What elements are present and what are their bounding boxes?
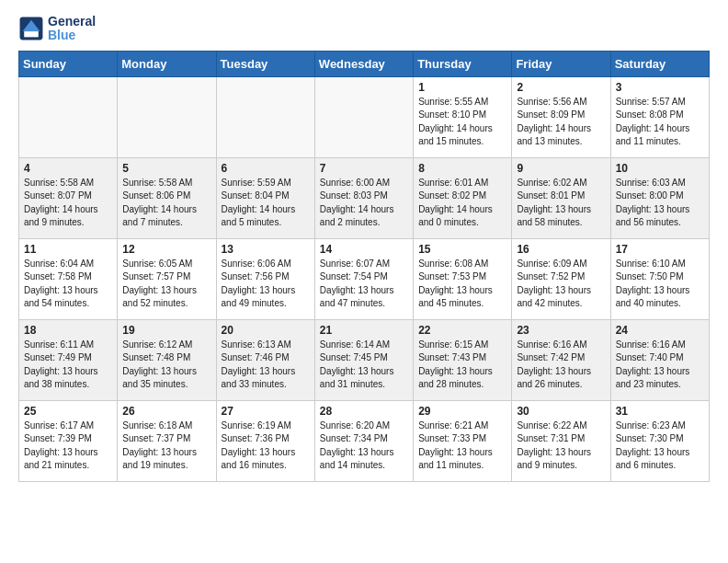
- calendar-cell: [19, 76, 118, 157]
- calendar-cell: 29Sunrise: 6:21 AM Sunset: 7:33 PM Dayli…: [414, 400, 512, 481]
- logo-text: General Blue: [48, 15, 96, 43]
- day-number: 4: [24, 162, 112, 175]
- day-info: Sunrise: 6:18 AM Sunset: 7:37 PM Dayligh…: [122, 419, 210, 473]
- column-header-wednesday: Wednesday: [314, 51, 413, 76]
- column-header-monday: Monday: [118, 51, 216, 76]
- day-number: 22: [418, 324, 506, 337]
- day-info: Sunrise: 6:13 AM Sunset: 7:46 PM Dayligh…: [222, 339, 310, 392]
- day-number: 1: [418, 81, 506, 94]
- calendar-cell: 20Sunrise: 6:13 AM Sunset: 7:46 PM Dayli…: [216, 319, 314, 400]
- day-info: Sunrise: 6:03 AM Sunset: 8:00 PM Dayligh…: [616, 177, 704, 230]
- day-info: Sunrise: 6:01 AM Sunset: 8:02 PM Dayligh…: [418, 177, 506, 230]
- day-info: Sunrise: 5:57 AM Sunset: 8:08 PM Dayligh…: [616, 96, 704, 149]
- day-info: Sunrise: 6:08 AM Sunset: 7:53 PM Dayligh…: [418, 258, 506, 311]
- calendar-cell: 12Sunrise: 6:05 AM Sunset: 7:57 PM Dayli…: [118, 238, 216, 319]
- day-number: 13: [222, 243, 310, 256]
- calendar-cell: 22Sunrise: 6:15 AM Sunset: 7:43 PM Dayli…: [414, 319, 512, 400]
- day-number: 19: [122, 324, 210, 337]
- page-header: General Blue: [18, 15, 710, 43]
- calendar-cell: 1Sunrise: 5:55 AM Sunset: 8:10 PM Daylig…: [414, 76, 512, 157]
- calendar-cell: 15Sunrise: 6:08 AM Sunset: 7:53 PM Dayli…: [414, 238, 512, 319]
- day-info: Sunrise: 6:23 AM Sunset: 7:30 PM Dayligh…: [616, 419, 704, 473]
- day-number: 7: [320, 162, 408, 175]
- day-info: Sunrise: 6:05 AM Sunset: 7:57 PM Dayligh…: [122, 258, 210, 311]
- calendar-cell: 18Sunrise: 6:11 AM Sunset: 7:49 PM Dayli…: [19, 319, 118, 400]
- day-number: 27: [222, 405, 310, 418]
- calendar-cell: 26Sunrise: 6:18 AM Sunset: 7:37 PM Dayli…: [118, 400, 216, 481]
- calendar-cell: 30Sunrise: 6:22 AM Sunset: 7:31 PM Dayli…: [512, 400, 610, 481]
- calendar-week-row: 11Sunrise: 6:04 AM Sunset: 7:58 PM Dayli…: [19, 238, 710, 319]
- day-info: Sunrise: 6:00 AM Sunset: 8:03 PM Dayligh…: [320, 177, 408, 230]
- day-info: Sunrise: 6:15 AM Sunset: 7:43 PM Dayligh…: [418, 339, 506, 392]
- day-number: 14: [320, 243, 408, 256]
- calendar-cell: 19Sunrise: 6:12 AM Sunset: 7:48 PM Dayli…: [118, 319, 216, 400]
- day-info: Sunrise: 6:02 AM Sunset: 8:01 PM Dayligh…: [517, 177, 605, 230]
- day-info: Sunrise: 6:20 AM Sunset: 7:34 PM Dayligh…: [320, 419, 408, 473]
- day-number: 5: [122, 162, 210, 175]
- day-info: Sunrise: 5:59 AM Sunset: 8:04 PM Dayligh…: [222, 177, 310, 230]
- calendar-cell: 27Sunrise: 6:19 AM Sunset: 7:36 PM Dayli…: [216, 400, 314, 481]
- column-header-thursday: Thursday: [414, 51, 512, 76]
- calendar-cell: 21Sunrise: 6:14 AM Sunset: 7:45 PM Dayli…: [314, 319, 413, 400]
- day-info: Sunrise: 6:17 AM Sunset: 7:39 PM Dayligh…: [24, 419, 112, 473]
- day-number: 12: [122, 243, 210, 256]
- day-number: 11: [24, 243, 112, 256]
- calendar-cell: 3Sunrise: 5:57 AM Sunset: 8:08 PM Daylig…: [610, 76, 709, 157]
- calendar-week-row: 1Sunrise: 5:55 AM Sunset: 8:10 PM Daylig…: [19, 76, 710, 157]
- day-number: 2: [517, 81, 605, 94]
- day-info: Sunrise: 6:07 AM Sunset: 7:54 PM Dayligh…: [320, 258, 408, 311]
- logo-icon: [18, 16, 44, 41]
- day-number: 21: [320, 324, 408, 337]
- calendar-cell: 14Sunrise: 6:07 AM Sunset: 7:54 PM Dayli…: [314, 238, 413, 319]
- day-info: Sunrise: 6:16 AM Sunset: 7:40 PM Dayligh…: [616, 339, 704, 392]
- day-info: Sunrise: 5:58 AM Sunset: 8:06 PM Dayligh…: [122, 177, 210, 230]
- day-info: Sunrise: 6:09 AM Sunset: 7:52 PM Dayligh…: [517, 258, 605, 311]
- calendar-cell: 25Sunrise: 6:17 AM Sunset: 7:39 PM Dayli…: [19, 400, 118, 481]
- calendar-cell: 16Sunrise: 6:09 AM Sunset: 7:52 PM Dayli…: [512, 238, 610, 319]
- day-number: 25: [24, 405, 112, 418]
- calendar-cell: 28Sunrise: 6:20 AM Sunset: 7:34 PM Dayli…: [314, 400, 413, 481]
- day-number: 9: [517, 162, 605, 175]
- calendar-header-row: SundayMondayTuesdayWednesdayThursdayFrid…: [19, 51, 710, 76]
- day-info: Sunrise: 5:58 AM Sunset: 8:07 PM Dayligh…: [24, 177, 112, 230]
- calendar-cell: 5Sunrise: 5:58 AM Sunset: 8:06 PM Daylig…: [118, 157, 216, 238]
- day-info: Sunrise: 6:12 AM Sunset: 7:48 PM Dayligh…: [122, 339, 210, 392]
- day-number: 10: [616, 162, 704, 175]
- day-number: 20: [222, 324, 310, 337]
- calendar-cell: 23Sunrise: 6:16 AM Sunset: 7:42 PM Dayli…: [512, 319, 610, 400]
- calendar-cell: 2Sunrise: 5:56 AM Sunset: 8:09 PM Daylig…: [512, 76, 610, 157]
- column-header-friday: Friday: [512, 51, 610, 76]
- day-number: 28: [320, 405, 408, 418]
- calendar-cell: 8Sunrise: 6:01 AM Sunset: 8:02 PM Daylig…: [414, 157, 512, 238]
- calendar-cell: 17Sunrise: 6:10 AM Sunset: 7:50 PM Dayli…: [610, 238, 709, 319]
- calendar-cell: 31Sunrise: 6:23 AM Sunset: 7:30 PM Dayli…: [610, 400, 709, 481]
- day-info: Sunrise: 6:10 AM Sunset: 7:50 PM Dayligh…: [616, 258, 704, 311]
- calendar-week-row: 25Sunrise: 6:17 AM Sunset: 7:39 PM Dayli…: [19, 400, 710, 481]
- calendar-cell: 6Sunrise: 5:59 AM Sunset: 8:04 PM Daylig…: [216, 157, 314, 238]
- calendar-cell: 7Sunrise: 6:00 AM Sunset: 8:03 PM Daylig…: [314, 157, 413, 238]
- day-info: Sunrise: 6:22 AM Sunset: 7:31 PM Dayligh…: [517, 419, 605, 473]
- day-info: Sunrise: 6:11 AM Sunset: 7:49 PM Dayligh…: [24, 339, 112, 392]
- day-number: 24: [616, 324, 704, 337]
- day-info: Sunrise: 6:16 AM Sunset: 7:42 PM Dayligh…: [517, 339, 605, 392]
- day-number: 31: [616, 405, 704, 418]
- day-number: 6: [222, 162, 310, 175]
- day-info: Sunrise: 6:06 AM Sunset: 7:56 PM Dayligh…: [222, 258, 310, 311]
- day-number: 29: [418, 405, 506, 418]
- day-info: Sunrise: 5:55 AM Sunset: 8:10 PM Dayligh…: [418, 96, 506, 149]
- calendar-cell: 11Sunrise: 6:04 AM Sunset: 7:58 PM Dayli…: [19, 238, 118, 319]
- day-info: Sunrise: 6:14 AM Sunset: 7:45 PM Dayligh…: [320, 339, 408, 392]
- day-number: 26: [122, 405, 210, 418]
- column-header-saturday: Saturday: [610, 51, 709, 76]
- day-info: Sunrise: 6:04 AM Sunset: 7:58 PM Dayligh…: [24, 258, 112, 311]
- calendar-table: SundayMondayTuesdayWednesdayThursdayFrid…: [18, 51, 710, 482]
- logo-line2: Blue: [48, 28, 75, 42]
- column-header-tuesday: Tuesday: [216, 51, 314, 76]
- calendar-cell: 9Sunrise: 6:02 AM Sunset: 8:01 PM Daylig…: [512, 157, 610, 238]
- calendar-cell: [314, 76, 413, 157]
- day-number: 17: [616, 243, 704, 256]
- calendar-cell: [216, 76, 314, 157]
- logo: General Blue: [18, 15, 96, 43]
- day-number: 16: [517, 243, 605, 256]
- calendar-cell: 13Sunrise: 6:06 AM Sunset: 7:56 PM Dayli…: [216, 238, 314, 319]
